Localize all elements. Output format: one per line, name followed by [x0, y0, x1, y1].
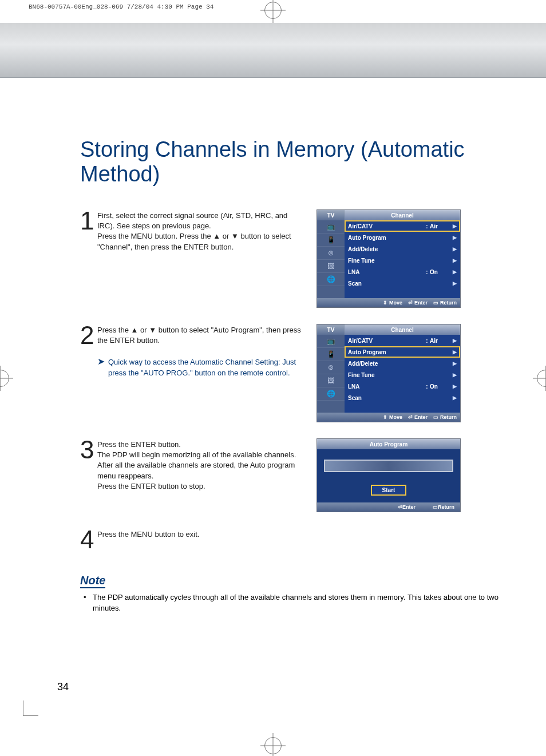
osd-tab-title: Channel — [345, 210, 460, 220]
registration-mark-bottom — [264, 737, 282, 754]
footer-return: ▭Return — [433, 504, 454, 510]
note-section: Note The PDP automatically cycles throug… — [80, 574, 512, 614]
footer-move: ⇕Move — [383, 300, 402, 306]
osd-tab-title: Channel — [345, 324, 460, 335]
osd-sidebar-icon-1: 📱 — [317, 233, 345, 247]
step-number: 1 — [80, 209, 97, 232]
caret-right-icon: ▶ — [453, 223, 457, 229]
osd-sidebar: 📺📱⊚🖼🌐 — [317, 220, 345, 298]
step-tip: ➤ Quick way to access the Automatic Chan… — [97, 357, 306, 378]
note-heading: Note — [80, 574, 105, 588]
caret-right-icon: ▶ — [453, 383, 457, 389]
osd-item-air-catv[interactable]: Air/CATV : Air ▶ — [345, 220, 460, 232]
osd-item-label: Air/CATV — [348, 223, 424, 229]
enter-icon: ⏎ — [398, 504, 402, 510]
step-2: 2 Press the ▲ or ▼ button to select "Aut… — [80, 324, 306, 378]
return-icon: ▭ — [433, 300, 438, 306]
osd-list: Air/CATV : Air ▶ Auto Program ▶ Add/Dele… — [345, 220, 460, 298]
osd-item-add-delete[interactable]: Add/Delete ▶ — [345, 358, 460, 369]
osd-auto-program: Auto Program Start ⏎Enter ▭Return — [316, 438, 461, 512]
step-4: 4 Press the MENU button to exit. — [80, 528, 306, 551]
return-icon: ▭ — [433, 414, 438, 420]
footer-return: ▭Return — [433, 414, 457, 420]
footer-enter: ⏎Enter — [398, 504, 416, 510]
caret-right-icon: ▶ — [453, 258, 457, 263]
osd-item-scan[interactable]: Scan ▶ — [345, 278, 460, 289]
osd-item-lna[interactable]: LNA : On ▶ — [345, 266, 460, 278]
page-title: Storing Channels in Memory (Automatic Me… — [80, 137, 512, 187]
osd-item-auto-program[interactable]: Auto Program ▶ — [345, 232, 460, 243]
osd-item-scan[interactable]: Scan ▶ — [345, 392, 460, 403]
header-banner — [0, 23, 546, 78]
osd-sidebar-icon-0: 📺 — [317, 220, 345, 233]
osd-item-add-delete[interactable]: Add/Delete ▶ — [345, 243, 460, 255]
osd-item-value: Air — [430, 338, 453, 344]
osd-list: Air/CATV : Air ▶ Auto Program ▶ Add/Dele… — [345, 335, 460, 413]
osd-sidebar: 📺📱⊚🖼🌐 — [317, 335, 345, 413]
updown-icon: ⇕ — [383, 300, 387, 306]
enter-icon: ⏎ — [408, 300, 413, 306]
osd-sidebar-icon-1: 📱 — [317, 348, 345, 361]
osd-sidebar-icon-2: ⊚ — [317, 361, 345, 374]
start-button[interactable]: Start — [371, 485, 407, 496]
osd-sidebar-icon-0: 📺 — [317, 335, 345, 348]
step-number: 2 — [80, 324, 97, 378]
osd-item-air-catv[interactable]: Air/CATV : Air ▶ — [345, 335, 460, 346]
return-icon: ▭ — [433, 504, 438, 510]
osd-item-auto-program[interactable]: Auto Program ▶ — [345, 346, 460, 358]
registration-mark-right — [537, 370, 546, 387]
footer-return: ▭Return — [433, 300, 457, 306]
footer-move: ⇕Move — [383, 414, 402, 420]
osd-item-fine-tune[interactable]: Fine Tune ▶ — [345, 255, 460, 266]
footer-enter: ⏎Enter — [408, 414, 428, 420]
registration-mark-top — [264, 2, 282, 19]
caret-right-icon: ▶ — [453, 280, 457, 286]
osd-item-label: Air/CATV — [348, 338, 424, 344]
osd-footer: ⇕Move ⏎Enter ▭Return — [317, 413, 460, 422]
osd-sidebar-icon-2: ⊚ — [317, 247, 345, 260]
print-header-text: BN68-00757A-00Eng_028-069 7/28/04 4:30 P… — [29, 3, 213, 10]
osd-item-label: Fine Tune — [348, 258, 424, 264]
osd-item-label: Scan — [348, 395, 424, 401]
caret-right-icon: ▶ — [453, 395, 457, 401]
caret-right-icon: ▶ — [453, 372, 457, 378]
osd-item-fine-tune[interactable]: Fine Tune ▶ — [345, 369, 460, 381]
caret-right-icon: ▶ — [453, 235, 457, 240]
osd-sidebar-icon-4: 🌐 — [317, 387, 345, 401]
osd-item-label: Add/Delete — [348, 361, 424, 367]
step-text: Press the ENTER button. The PDP will beg… — [97, 438, 306, 492]
step-3: 3 Press the ENTER button. The PDP will b… — [80, 438, 306, 492]
osd-item-label: Fine Tune — [348, 372, 424, 378]
osd-item-value: On — [430, 383, 453, 390]
osd-item-label: Auto Program — [348, 235, 424, 241]
osd-tab-tv: TV — [317, 210, 345, 220]
osd-item-label: Add/Delete — [348, 246, 424, 252]
osd-item-lna[interactable]: LNA : On ▶ — [345, 381, 460, 392]
tip-arrow-icon: ➤ — [97, 357, 105, 366]
osd-sidebar-icon-4: 🌐 — [317, 273, 345, 286]
osd-channel-menu-1: TV Channel 📺📱⊚🖼🌐 Air/CATV : Air ▶ Auto P… — [316, 209, 461, 308]
osd-channel-menu-2: TV Channel 📺📱⊚🖼🌐 Air/CATV : Air ▶ Auto P… — [316, 324, 461, 422]
footer-enter: ⏎Enter — [408, 300, 428, 306]
osd-item-label: LNA — [348, 269, 424, 275]
osd-footer: ⇕Move ⏎Enter ▭Return — [317, 298, 460, 307]
caret-right-icon: ▶ — [453, 349, 457, 355]
osd-tab-tv: TV — [317, 324, 345, 335]
caret-right-icon: ▶ — [453, 269, 457, 275]
registration-mark-left — [0, 370, 9, 387]
caret-right-icon: ▶ — [453, 246, 457, 252]
caret-right-icon: ▶ — [453, 361, 457, 366]
updown-icon: ⇕ — [383, 414, 387, 420]
osd-item-value: On — [430, 269, 453, 275]
step-number: 3 — [80, 438, 97, 461]
progress-bar — [324, 460, 453, 472]
crop-mark-bottom-left — [23, 700, 38, 716]
osd-item-value: Air — [430, 223, 453, 229]
step-text: First, select the correct signal source … — [97, 209, 306, 252]
caret-right-icon: ▶ — [453, 338, 457, 343]
osd-title: Auto Program — [317, 439, 460, 449]
osd-sidebar-icon-3: 🖼 — [317, 374, 345, 387]
step-text: Press the MENU button to exit. — [97, 528, 199, 540]
step-1: 1 First, select the correct signal sourc… — [80, 209, 306, 252]
osd-item-label: Scan — [348, 280, 424, 287]
